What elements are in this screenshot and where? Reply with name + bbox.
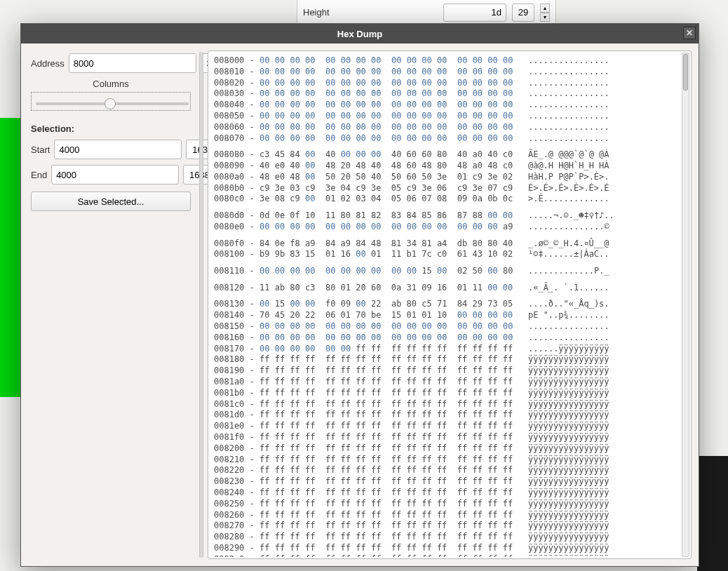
height-spin-down-icon[interactable]: ▼ [540,13,550,22]
hex-row[interactable]: 008170 - 00 00 00 00 00 00 ff ff ff ff f… [214,344,677,355]
dialog-titlebar[interactable]: Hex Dump ✕ [21,24,699,43]
selection-heading: Selection: [31,123,191,134]
save-selected-button[interactable]: Save Selected... [31,192,191,211]
address-label: Address [31,58,65,69]
hex-row[interactable]: 008150 - 00 00 00 00 00 00 00 00 00 00 0… [214,321,677,332]
hex-row[interactable]: 0080e0 - 00 00 00 00 00 00 00 00 00 00 0… [214,222,677,233]
hex-row[interactable]: 008220 - ff ff ff ff ff ff ff ff ff ff f… [214,465,677,476]
columns-slider[interactable] [36,102,189,105]
hex-row[interactable]: 0080d0 - 0d 0e 0f 10 11 80 81 82 83 84 8… [214,210,677,222]
background-green-block [0,118,21,397]
height-label: Height [303,7,438,18]
hex-row[interactable]: 0081d0 - ff ff ff ff ff ff ff ff ff ff f… [214,410,677,421]
vertical-scrollbar[interactable] [682,53,689,557]
hex-row[interactable]: 0081c0 - ff ff ff ff ff ff ff ff ff ff f… [214,399,677,410]
hex-content[interactable]: 008000 - 00 00 00 00 00 00 00 00 00 00 0… [210,53,681,557]
hex-row[interactable]: 0080f0 - 84 0e f8 a9 84 a9 84 48 81 34 8… [214,239,677,250]
height-dec-input[interactable] [512,4,534,22]
start-hex-input[interactable] [54,140,182,159]
hex-row[interactable]: 008040 - 00 00 00 00 00 00 00 00 00 00 0… [214,100,677,111]
hex-view: 008000 - 00 00 00 00 00 00 00 00 00 00 0… [208,51,692,559]
hex-row[interactable]: 008210 - ff ff ff ff ff ff ff ff ff ff f… [214,455,677,466]
height-hex-input[interactable] [443,4,506,22]
hex-row[interactable]: 008180 - ff ff ff ff ff ff ff ff ff ff f… [214,354,677,365]
hex-row[interactable]: 008030 - 00 00 00 00 00 00 00 00 00 00 0… [214,88,677,100]
hex-row[interactable]: 008160 - 00 00 00 00 00 00 00 00 00 00 0… [214,332,677,344]
hex-row[interactable]: 0081f0 - ff ff ff ff ff ff ff ff ff ff f… [214,432,677,443]
height-spin-up-icon[interactable]: ▲ [540,4,550,13]
hex-row[interactable]: 008060 - 00 00 00 00 00 00 00 00 00 00 0… [214,122,677,133]
controls-pane: Address ▲ ▼ Columns Selection: Start ▲ [28,51,196,559]
address-hex-input[interactable] [69,53,196,73]
hex-row[interactable]: 008200 - ff ff ff ff ff ff ff ff ff ff f… [214,443,677,455]
hex-row[interactable]: 008050 - 00 00 00 00 00 00 00 00 00 00 0… [214,111,677,122]
dialog-title: Hex Dump [337,29,382,39]
hex-row[interactable]: 008280 - ff ff ff ff ff ff ff ff ff ff f… [214,532,677,543]
close-icon[interactable]: ✕ [683,27,696,39]
hex-row[interactable]: 0082a0 - ff ff ff ff ff ff ff ff ff ff f… [214,554,677,557]
hex-row[interactable]: 0081b0 - ff ff ff ff ff ff ff ff ff ff f… [214,388,677,399]
hex-row[interactable]: 008190 - ff ff ff ff ff ff ff ff ff ff f… [214,365,677,377]
end-hex-input[interactable] [51,165,179,184]
hex-row[interactable]: 0081a0 - ff ff ff ff ff ff ff ff ff ff f… [214,377,677,388]
hex-dump-dialog: Hex Dump ✕ Address ▲ ▼ Columns Selection… [20,23,699,567]
hex-row[interactable]: 008080 - c3 45 84 00 40 00 00 00 40 60 6… [214,149,677,161]
hex-row[interactable]: 0080b0 - c9 3e 03 c9 3e 04 c9 3e 05 c9 3… [214,183,677,194]
hex-row[interactable]: 008240 - ff ff ff ff ff ff ff ff ff ff f… [214,488,677,499]
hex-row[interactable]: 008250 - ff ff ff ff ff ff ff ff ff ff f… [214,499,677,510]
start-label: Start [31,145,50,155]
hex-row[interactable]: 008260 - ff ff ff ff ff ff ff ff ff ff f… [214,510,677,521]
hex-row[interactable]: 008110 - 00 00 00 00 00 00 00 00 00 00 1… [214,266,677,277]
hex-row[interactable]: 008290 - ff ff ff ff ff ff ff ff ff ff f… [214,543,677,554]
hex-row[interactable]: 008130 - 00 15 00 00 f0 09 00 22 ab 80 c… [214,299,677,310]
hex-row[interactable]: 008070 - 00 00 00 00 00 00 00 00 00 00 0… [214,133,677,145]
end-label: End [31,170,47,180]
hex-row[interactable]: 008120 - 11 ab 80 c3 80 01 20 60 0a 31 0… [214,283,677,294]
hex-row[interactable]: 008020 - 00 00 00 00 00 00 00 00 00 00 0… [214,78,677,89]
hex-row[interactable]: 0080a0 - 48 e0 48 00 50 20 50 40 50 60 5… [214,172,677,183]
background-dark-block [697,456,728,571]
hex-row[interactable]: 008010 - 00 00 00 00 00 00 00 00 00 00 0… [214,67,677,78]
columns-slider-wrap [31,92,191,111]
pane-divider[interactable] [199,52,203,558]
columns-label: Columns [31,79,191,89]
hex-row[interactable]: 008230 - ff ff ff ff ff ff ff ff ff ff f… [214,476,677,488]
background-height-row: Height ▲ ▼ [297,0,556,25]
hex-row[interactable]: 008140 - 70 45 20 22 06 01 70 be 15 01 0… [214,310,677,321]
hex-row[interactable]: 008100 - b9 9b 83 15 01 16 00 01 11 b1 7… [214,249,677,260]
hex-row[interactable]: 0081e0 - ff ff ff ff ff ff ff ff ff ff f… [214,421,677,432]
hex-row[interactable]: 008000 - 00 00 00 00 00 00 00 00 00 00 0… [214,55,677,67]
hex-row[interactable]: 0080c0 - 3e 08 c9 00 01 02 03 04 05 06 0… [214,194,677,205]
hex-row[interactable]: 008090 - 40 e0 40 00 48 20 48 40 48 60 4… [214,161,677,172]
scrollbar-thumb[interactable] [683,54,688,90]
hex-row[interactable]: 008270 - ff ff ff ff ff ff ff ff ff ff f… [214,520,677,532]
